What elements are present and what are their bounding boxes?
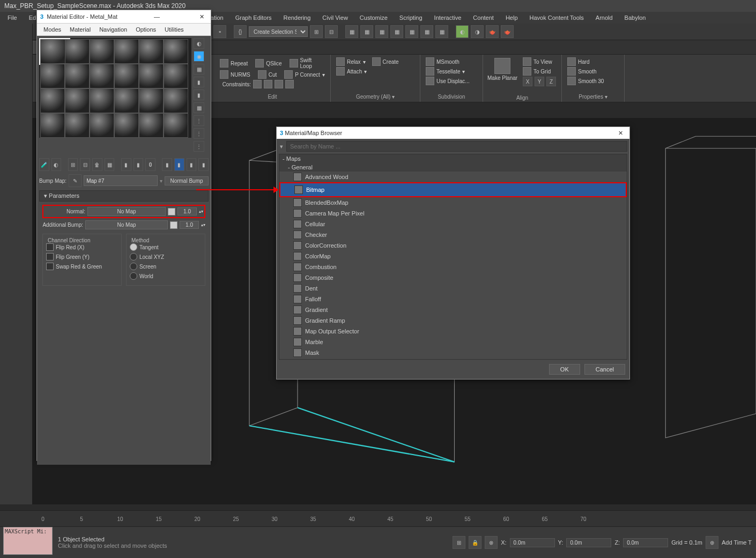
map-item-camera-map-per-pixel[interactable]: Camera Map Per Pixel bbox=[279, 208, 627, 219]
map-item-dent[interactable]: Dent bbox=[279, 283, 627, 294]
ok-button[interactable]: OK bbox=[549, 364, 580, 375]
map-name-input[interactable] bbox=[84, 175, 158, 186]
matmenu-navigation[interactable]: Navigation bbox=[95, 25, 131, 34]
menu-babylon[interactable]: Babylon bbox=[619, 13, 651, 23]
tool-icon[interactable]: ⚬ bbox=[213, 25, 226, 38]
map-tree[interactable]: - Maps - General Advanced WoodBitmapBlen… bbox=[279, 154, 627, 360]
tool-icon[interactable]: ◉ bbox=[194, 51, 204, 62]
radio-world[interactable] bbox=[130, 272, 137, 280]
material-slot[interactable] bbox=[90, 39, 114, 64]
material-slot[interactable] bbox=[164, 88, 188, 113]
tool-icon[interactable]: ▮ bbox=[194, 90, 204, 100]
material-slot[interactable] bbox=[139, 113, 164, 138]
material-slot[interactable] bbox=[65, 88, 90, 113]
material-slot[interactable] bbox=[65, 39, 90, 64]
material-slot[interactable] bbox=[40, 64, 65, 88]
normal-checkbox[interactable]: ✓ bbox=[168, 208, 175, 215]
teapot-icon[interactable]: 🫖 bbox=[501, 25, 514, 38]
map-item-map-output-selector[interactable]: Map Output Selector bbox=[279, 326, 627, 337]
chevron-down-icon[interactable]: ▾ bbox=[277, 143, 286, 150]
ribbon-nurms[interactable]: NURMS Cut P Connect ▾ bbox=[219, 70, 326, 79]
tool-icon[interactable]: 0 bbox=[145, 158, 155, 171]
tool-icon[interactable]: ⋮ bbox=[194, 141, 204, 152]
matmenu-options[interactable]: Options bbox=[131, 25, 160, 34]
menu-graph-editors[interactable]: Graph Editors bbox=[230, 13, 277, 23]
tool-icon[interactable]: ▦ bbox=[405, 25, 418, 38]
normal-map-button[interactable]: No Map bbox=[87, 207, 166, 216]
tree-group-maps[interactable]: - Maps bbox=[279, 154, 627, 163]
tree-group-general[interactable]: - General bbox=[279, 163, 627, 172]
addbump-checkbox[interactable]: ✓ bbox=[170, 221, 177, 229]
tool-icon[interactable]: ▮ bbox=[162, 158, 172, 171]
close-icon[interactable]: ✕ bbox=[196, 13, 207, 20]
tool-icon[interactable]: {} bbox=[234, 25, 247, 38]
menu-file[interactable]: File bbox=[2, 13, 23, 23]
addbump-map-button[interactable]: No Map bbox=[85, 220, 168, 229]
menu-arnold[interactable]: Arnold bbox=[590, 13, 618, 23]
parameters-rollout[interactable]: ▾ Parameters bbox=[39, 190, 209, 202]
material-slot[interactable] bbox=[139, 64, 164, 88]
material-slot[interactable] bbox=[65, 64, 90, 88]
tool-icon[interactable]: ⊟ bbox=[325, 25, 338, 38]
menu-content[interactable]: Content bbox=[468, 13, 499, 23]
material-slot[interactable] bbox=[139, 88, 164, 113]
material-slot[interactable] bbox=[40, 88, 65, 113]
tool-icon[interactable]: ▦ bbox=[435, 25, 448, 38]
ribbon-axes[interactable]: X Y Z bbox=[522, 76, 557, 87]
ribbon-displ[interactable]: Use Displac... bbox=[425, 76, 478, 86]
tool-icon[interactable]: ⋮ bbox=[194, 128, 204, 139]
tool-icon[interactable]: ⊕ bbox=[706, 536, 718, 549]
tool-icon[interactable]: ▦ bbox=[194, 64, 204, 75]
material-slot[interactable] bbox=[65, 113, 90, 138]
map-item-cellular[interactable]: Cellular bbox=[279, 219, 627, 229]
flipx-checkbox[interactable] bbox=[46, 243, 54, 251]
teapot-icon[interactable]: 🫖 bbox=[486, 25, 499, 38]
material-slot[interactable] bbox=[114, 39, 139, 64]
material-slot[interactable] bbox=[90, 88, 114, 113]
map-item-blendedboxmap[interactable]: BlendedBoxMap bbox=[279, 197, 627, 208]
ribbon-attach[interactable]: Attach ▾ bbox=[335, 66, 416, 76]
map-item-advanced-wood[interactable]: Advanced Wood bbox=[279, 172, 627, 182]
map-item-colormap[interactable]: ColorMap bbox=[279, 251, 627, 262]
addbump-spinner[interactable]: 1.0 bbox=[180, 221, 199, 229]
tool-icon[interactable]: ◐ bbox=[456, 25, 469, 38]
ribbon-smooth[interactable]: Smooth bbox=[566, 66, 620, 76]
coord-z[interactable]: 0.0m bbox=[623, 538, 668, 547]
radio-localxyz[interactable] bbox=[130, 253, 137, 261]
map-item-gradient[interactable]: Gradient bbox=[279, 304, 627, 315]
selection-set-dropdown[interactable]: Create Selection Se bbox=[249, 26, 308, 37]
matmenu-modes[interactable]: Modes bbox=[39, 25, 65, 34]
tool-icon[interactable]: ▮ bbox=[187, 158, 197, 171]
map-item-marble[interactable]: Marble bbox=[279, 337, 627, 347]
map-item-composite[interactable]: Composite bbox=[279, 272, 627, 283]
material-slot[interactable] bbox=[40, 113, 65, 138]
lock-icon[interactable]: 🔒 bbox=[469, 536, 481, 549]
tool-icon[interactable]: ▦ bbox=[105, 158, 115, 171]
tool-icon[interactable]: ▦ bbox=[375, 25, 388, 38]
map-item-colorcorrection[interactable]: ColorCorrection bbox=[279, 240, 627, 251]
menu-civil-view[interactable]: Civil View bbox=[317, 13, 353, 23]
tool-icon[interactable]: ▦ bbox=[360, 25, 373, 38]
menu-havok-content-tools[interactable]: Havok Content Tools bbox=[524, 13, 589, 23]
ribbon-smooth30[interactable]: Smooth 30 bbox=[566, 76, 620, 86]
map-item-gradient-ramp[interactable]: Gradient Ramp bbox=[279, 315, 627, 326]
tool-icon[interactable]: ◐ bbox=[51, 158, 62, 171]
ribbon-toview[interactable]: To View bbox=[522, 57, 557, 66]
map-item-combustion[interactable]: Combustion bbox=[279, 262, 627, 272]
tool-icon[interactable]: ▮ bbox=[198, 158, 209, 171]
normal-spinner[interactable]: 1.0 bbox=[177, 207, 197, 215]
ribbon-hard[interactable]: Hard bbox=[566, 57, 620, 66]
tool-icon[interactable]: ▮ bbox=[174, 158, 184, 171]
material-slot[interactable] bbox=[164, 113, 188, 138]
map-item-bitmap[interactable]: Bitmap bbox=[279, 182, 627, 197]
coord-x[interactable]: 0.0m bbox=[510, 538, 555, 547]
menu-rendering[interactable]: Rendering bbox=[278, 13, 316, 23]
minimize-icon[interactable]: — bbox=[151, 13, 163, 20]
search-input[interactable] bbox=[286, 141, 627, 152]
coord-y[interactable]: 0.0m bbox=[566, 538, 611, 547]
tool-icon[interactable]: ▮ bbox=[121, 158, 131, 171]
tool-icon[interactable]: ▦ bbox=[390, 25, 403, 38]
add-time-tag[interactable]: Add Time T bbox=[722, 539, 752, 546]
material-slot[interactable] bbox=[164, 39, 188, 64]
ribbon-msmooth[interactable]: MSmooth bbox=[425, 57, 478, 66]
